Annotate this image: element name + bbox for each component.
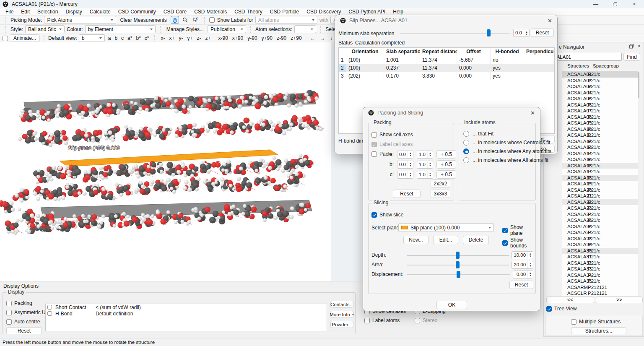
structure-row[interactable]: ACSALA14P21/c — [562, 151, 639, 157]
structure-row[interactable]: ACSALA12P21/c — [562, 138, 639, 145]
slider-handle[interactable] — [487, 29, 491, 36]
menu-item[interactable]: Help — [389, 9, 407, 15]
prev-structure-button[interactable]: << — [546, 297, 594, 303]
view-axis-button[interactable]: b — [113, 35, 119, 41]
menu-item[interactable]: Selection — [34, 9, 62, 15]
slice-reset-button[interactable]: Reset — [509, 281, 533, 289]
pack-max-spinner[interactable]: 1.0▲▼ — [417, 151, 433, 159]
delete-plane-button[interactable]: Delete — [463, 236, 489, 244]
structures-button[interactable]: Structures... — [571, 327, 626, 334]
clear-measurements-button[interactable]: Clear Measurements — [118, 17, 168, 23]
structure-row[interactable]: ACSALA24P21/c — [562, 211, 639, 218]
view-axis-button[interactable]: c* — [143, 35, 151, 41]
display-reset-button[interactable]: Reset — [6, 327, 42, 334]
rotate-step-button[interactable]: x- — [159, 35, 166, 41]
display-option-checkbox[interactable]: Packing — [6, 300, 51, 306]
labels-target-select[interactable]: All atoms — [255, 16, 317, 24]
display-option-checkbox[interactable]: Asymmetric Unit — [6, 310, 51, 315]
column-structures[interactable]: Structures — [567, 63, 589, 68]
contact-row[interactable]: H-Bond Default definition — [46, 310, 327, 317]
restore-button[interactable] — [605, 0, 625, 8]
include-option-radio[interactable]: ... in molecules whose Centroids fit — [463, 138, 551, 147]
structure-row[interactable]: ACSALA04P21/c — [562, 90, 639, 96]
structure-row[interactable]: ACSALA16P21/c — [562, 163, 639, 169]
pack-max-spinner[interactable]: 1.0▲▼ — [417, 171, 433, 179]
structure-row[interactable]: ACSALA18P21/c — [562, 175, 639, 181]
slider[interactable] — [407, 261, 509, 268]
picking-mode-select[interactable]: Pick Atoms — [44, 16, 116, 24]
multiple-structures-checkbox[interactable]: Multiple Structures — [571, 319, 621, 325]
show-labels-for-checkbox[interactable]: Show Labels for — [209, 17, 253, 23]
pack-2x2x2-button[interactable]: 2x2x2 — [431, 180, 450, 188]
structure-row[interactable]: ACSCLRP212121 — [562, 290, 639, 296]
view-option-checkbox[interactable]: Stereo — [415, 317, 465, 323]
animate-button[interactable]: Animate... — [10, 34, 40, 42]
rotate-step-button[interactable]: y- — [177, 35, 184, 41]
structure-row[interactable]: ACSALA01P21/c — [562, 71, 639, 78]
plus-half-button[interactable]: + 0.5 — [436, 170, 456, 179]
rotate-90-button[interactable]: y+90 — [260, 35, 274, 41]
measure-distance-button[interactable] — [181, 16, 190, 24]
structure-row[interactable]: ACSALA15P21/c — [562, 156, 639, 163]
manage-styles-button[interactable]: Manage Styles... — [165, 26, 205, 32]
slider[interactable] — [407, 271, 510, 278]
menu-item[interactable]: CSD-Theory — [231, 9, 266, 15]
select-plane-combo[interactable]: Slip plane (100) 0.000 — [398, 223, 494, 232]
rotate-step-button[interactable]: x+ — [167, 35, 176, 41]
structure-row[interactable]: ACSALA31P21/c — [562, 254, 639, 260]
show-bounds-checkbox[interactable]: Show bounds — [502, 237, 535, 249]
translate-arrow-button[interactable]: ↓ — [329, 35, 335, 41]
menu-item[interactable]: File — [2, 9, 17, 15]
rotate-90-button[interactable]: z-90 — [275, 35, 288, 41]
structure-row[interactable]: ACSALA35P21/c — [562, 278, 639, 284]
slip-plane-row[interactable]: 1 (100) 1.001 11.374 -5.687 no — [339, 56, 554, 64]
slider-handle[interactable] — [456, 261, 460, 268]
scrollbar-thumb[interactable] — [638, 72, 639, 98]
structure-row[interactable]: ACSALA02P21/c — [562, 78, 639, 84]
structure-viewport[interactable]: Slip plane (100) 0.000 — [0, 42, 331, 281]
edit-plane-button[interactable]: Edit... — [433, 236, 458, 244]
structure-row[interactable]: ACSALA32P21/c — [562, 260, 639, 266]
spinner-arrows[interactable]: ▲▼ — [524, 29, 529, 36]
checkbox-icon[interactable] — [47, 305, 52, 310]
structure-row[interactable]: ACSALA19P21/c — [562, 181, 639, 187]
structure-row[interactable]: ACSALA08P21/c — [562, 114, 639, 120]
ok-button[interactable]: OK — [436, 301, 467, 309]
default-view-select[interactable]: b — [79, 34, 105, 42]
pack-reset-button[interactable]: Reset — [393, 190, 421, 198]
close-icon[interactable]: ✕ — [530, 110, 535, 116]
contact-row[interactable]: Short Contact < (sum of vdW radii) — [46, 304, 327, 310]
structure-row[interactable]: ACSALA33P21/c — [562, 266, 639, 272]
atom-selections-select[interactable] — [294, 25, 316, 33]
structure-row[interactable]: ACSALA03P21/c — [562, 83, 639, 90]
rotate-90-button[interactable]: x+90 — [231, 35, 245, 41]
rotate-step-button[interactable]: z+ — [204, 35, 213, 41]
pack-min-spinner[interactable]: 0.0▲▼ — [397, 161, 413, 169]
more-info-button[interactable]: More Info — [330, 311, 353, 318]
display-option-checkbox[interactable]: Auto centre — [6, 319, 51, 325]
style-preset-select[interactable]: Publication — [208, 25, 246, 33]
structure-row[interactable]: ACSALA06P21/c — [562, 102, 639, 108]
menu-item[interactable]: Display — [62, 9, 86, 15]
slice-spinner[interactable]: 10.00▲▼ — [512, 251, 533, 259]
structure-row[interactable]: ACSALA07P21/c — [562, 108, 639, 114]
menu-item[interactable]: CSD Python API — [345, 9, 389, 15]
rotate-90-button[interactable]: z+90 — [289, 35, 303, 41]
include-option-radio[interactable]: ... in molecules where Any atom fits — [463, 147, 551, 156]
colour-select[interactable]: by Element — [85, 25, 156, 33]
menu-item[interactable]: CSD-Discovery — [303, 9, 345, 15]
show-slice-checkbox[interactable]: Show slice — [371, 212, 403, 218]
minimize-button[interactable]: — — [586, 0, 605, 8]
structure-row[interactable]: ACSARMP212121 — [562, 284, 639, 291]
view-axis-button[interactable]: a* — [126, 35, 134, 41]
slip-planes-dialog-titlebar[interactable]: Slip Planes... ACSALA01 ✕ — [335, 15, 557, 26]
checkbox-icon[interactable] — [47, 311, 52, 316]
structure-row[interactable]: ACSALA34P21/c — [562, 272, 639, 278]
structure-row[interactable]: ACSALA25P21/c — [562, 217, 639, 224]
view-axis-button[interactable]: c — [119, 35, 125, 41]
slip-plane-row[interactable]: 3 (202) 0.170 3.830 0.000 yes — [339, 72, 554, 80]
structure-row[interactable]: ACSALA27P21/c — [562, 229, 639, 236]
pick-hand-button[interactable] — [171, 16, 179, 24]
pick-cursor-button[interactable] — [192, 16, 200, 24]
menu-item[interactable]: CSD-Core — [160, 9, 190, 15]
